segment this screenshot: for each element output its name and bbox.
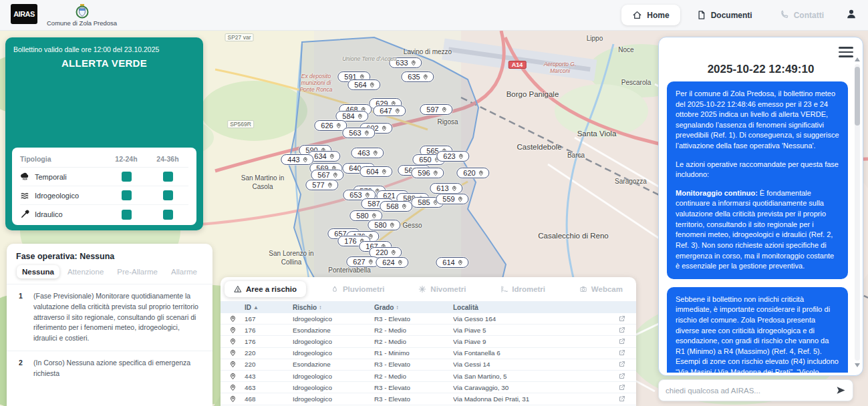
pin-icon: [229, 395, 237, 403]
map-marker[interactable]: 613: [430, 183, 462, 194]
map-place-label: SP27 var: [225, 33, 254, 41]
pin-icon: [229, 338, 237, 345]
fase-tab-allarme[interactable]: Allarme: [166, 265, 202, 278]
map-place-label: Noce: [618, 46, 633, 53]
bulletin-validity: Bollettino valido dalle ore 12:00 del 23…: [5, 37, 203, 56]
send-icon[interactable]: [836, 385, 846, 395]
map-place-label: Lavino di mezzo: [404, 48, 452, 55]
warning-icon: [234, 285, 242, 293]
station-row[interactable]: 443 Idrogeologico R2 - Medio Via San Mar…: [221, 371, 636, 382]
hamburger-menu-icon[interactable]: [839, 44, 853, 60]
pin-icon: [452, 185, 458, 192]
station-row[interactable]: 167 Idrogeologico R3 - Elevato Via Gesso…: [221, 313, 636, 325]
external-link-icon[interactable]: [618, 315, 625, 323]
col-rischio[interactable]: Rischio↕: [293, 304, 374, 311]
col-12-24h: 12-24h: [106, 155, 147, 163]
map-marker[interactable]: 626: [314, 120, 347, 131]
alert-green-cell: [122, 210, 132, 220]
scrollbar-thumb[interactable]: [855, 67, 860, 126]
station-row[interactable]: 220 Esondazione R3 - Elevato Via Gessi 1…: [221, 359, 636, 371]
nav-button-documenti[interactable]: Documenti: [686, 5, 763, 25]
map-marker[interactable]: 627: [346, 256, 379, 267]
map-marker[interactable]: 633: [389, 57, 422, 68]
map-marker[interactable]: 614: [436, 257, 468, 268]
station-row[interactable]: 176 Idrogeologico R2 - Medio Via Piave 9: [221, 336, 636, 347]
map-marker[interactable]: 624: [376, 257, 408, 268]
pin-icon: [229, 361, 237, 368]
map-marker[interactable]: 635: [401, 71, 434, 82]
tipologia-row: Idrogeologico: [20, 186, 188, 205]
map-marker[interactable]: 580: [368, 220, 400, 230]
map-marker[interactable]: 597: [420, 104, 452, 115]
external-link-icon[interactable]: [618, 327, 625, 334]
home-icon: [632, 10, 642, 20]
nav-button-contatti[interactable]: Contatti: [768, 5, 835, 25]
station-row[interactable]: 176 Esondazione R2 - Medio Via Piave 5: [221, 325, 636, 336]
map-marker[interactable]: 620: [456, 168, 489, 178]
nav-button-home[interactable]: Home: [621, 5, 680, 25]
alert-level: ALLERTA VERDE: [5, 57, 203, 69]
pin-icon: [458, 153, 464, 160]
fase-tab-pre-allarme[interactable]: Pre-Allarme: [112, 265, 163, 278]
pin-icon: [229, 349, 237, 357]
map-marker[interactable]: 443: [281, 154, 313, 165]
stations-tab-webcam[interactable]: Webcam: [570, 281, 632, 297]
map-marker[interactable]: 563: [342, 128, 375, 138]
fase-tab-attenzione[interactable]: Attenzione: [62, 265, 109, 278]
map-marker[interactable]: 564: [347, 79, 380, 90]
pin-icon: [357, 113, 364, 120]
fase-item: 1(Fase Previsionale) Monitorare quotidia…: [7, 284, 212, 351]
pin-icon: [478, 170, 484, 177]
webcam-icon: [579, 285, 587, 293]
map-marker[interactable]: 559: [436, 194, 468, 204]
assistant-panel: 2025-10-22 12:49:10 Per il comune di Zol…: [658, 37, 863, 376]
station-row[interactable]: 463 Idrogeologico R3 - Elevato Via Carav…: [221, 382, 636, 393]
chat-input[interactable]: [666, 387, 831, 395]
external-link-icon[interactable]: [618, 338, 625, 345]
external-link-icon[interactable]: [618, 395, 625, 403]
waves-icon: [20, 191, 29, 200]
map-marker[interactable]: 568: [380, 201, 412, 212]
fase-tab-nessuna[interactable]: Nessuna: [17, 265, 59, 278]
station-row[interactable]: 468 Idrogeologico R3 - Elevato Via Madon…: [221, 393, 636, 405]
external-link-icon[interactable]: [618, 373, 625, 380]
map-marker[interactable]: 596: [411, 168, 444, 178]
airas-logo[interactable]: AIRAS: [11, 4, 37, 24]
col-grado[interactable]: Grado↕: [374, 304, 453, 311]
col-24-36h: 24-36h: [147, 155, 188, 163]
assistant-timestamp: 2025-10-22 12:49:10: [659, 63, 863, 76]
pin-icon: [365, 192, 371, 199]
hydrometer-icon: [500, 285, 508, 293]
external-link-icon[interactable]: [618, 349, 625, 357]
user-profile-icon[interactable]: [845, 8, 857, 23]
map-marker[interactable]: 463: [351, 148, 384, 158]
map-place-label: Casalecchio di Reno: [538, 232, 608, 240]
map-marker[interactable]: 567: [311, 170, 343, 180]
col-localita[interactable]: Località: [453, 304, 607, 311]
pin-icon: [303, 156, 309, 164]
tipologia-row: Temporali: [20, 168, 188, 186]
stations-tab-nivometri[interactable]: Nivometri: [409, 281, 475, 297]
pin-icon: [391, 249, 397, 256]
stations-tab-idrometri[interactable]: Idrometri: [490, 281, 555, 297]
document-icon: [696, 10, 706, 20]
fase-operativa-panel: Fase operativa: Nessuna NessunaAttenzion…: [7, 244, 212, 406]
map-marker[interactable]: 647: [373, 106, 406, 116]
pin-icon: [372, 212, 378, 220]
map-marker[interactable]: 623: [436, 151, 469, 162]
external-link-icon[interactable]: [618, 361, 625, 368]
station-row[interactable]: 220 Idrogeologico R1 - Minimo Via Fontan…: [221, 348, 636, 359]
stations-tab-pluviometri[interactable]: Pluviometri: [321, 281, 394, 297]
rain-gauge-icon: [331, 285, 339, 293]
external-link-icon[interactable]: [618, 384, 625, 391]
alert-green-cell: [122, 172, 132, 182]
assistant-scrollbar[interactable]: [855, 57, 860, 367]
map-marker[interactable]: 577: [305, 180, 338, 190]
fase-item: 2(In Corso) Nessuna azione specifica di …: [7, 351, 212, 386]
scroll-down-icon[interactable]: [855, 363, 860, 367]
hydraulic-icon: [20, 210, 29, 219]
scroll-up-icon[interactable]: [855, 57, 860, 61]
col-id[interactable]: ID▲: [245, 304, 293, 311]
map-marker[interactable]: 604: [359, 166, 392, 177]
stations-tab-aree-a-rischio[interactable]: Aree a rischio: [225, 281, 306, 297]
